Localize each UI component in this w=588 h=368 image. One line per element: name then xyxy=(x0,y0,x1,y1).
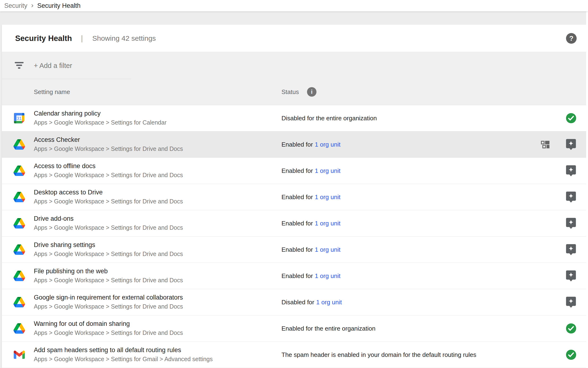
setting-status: The spam header is enabled in your domai… xyxy=(281,342,476,368)
setting-name: Calendar sharing policy xyxy=(34,110,101,117)
filter-icon xyxy=(15,62,24,69)
table-row[interactable]: Access to offline docs Apps > Google Wor… xyxy=(2,158,586,184)
column-header-setting-name: Setting name xyxy=(34,88,70,96)
setting-path: Apps > Google Workspace > Settings for D… xyxy=(34,172,183,179)
setting-name: Warning for out of domain sharing xyxy=(34,320,130,328)
setting-status: Enabled for 1 org unit xyxy=(281,158,340,184)
org-unit-link[interactable]: 1 org unit xyxy=(315,193,340,201)
svg-text:31: 31 xyxy=(17,116,22,121)
status-text: Disabled for the entire organization xyxy=(281,115,377,122)
page-title: Security Health xyxy=(15,34,72,43)
security-health-card: Security Health | Showing 42 settings ? … xyxy=(2,25,586,368)
org-unit-link[interactable]: 1 org unit xyxy=(315,141,340,148)
setting-status: Enabled for 1 org unit xyxy=(281,237,340,263)
drive-icon xyxy=(13,192,25,202)
status-text: Enabled for xyxy=(281,141,313,148)
setting-name: Desktop access to Drive xyxy=(34,189,103,196)
setting-status: Enabled for the entire organization xyxy=(281,315,376,341)
recommendation-badge-icon[interactable] xyxy=(566,244,576,256)
column-header-status: Status xyxy=(281,88,299,96)
add-filter-button[interactable]: + Add a filter xyxy=(2,52,586,79)
status-text: Enabled for xyxy=(281,220,313,227)
setting-path: Apps > Google Workspace > Settings for D… xyxy=(34,329,183,336)
add-filter-label: + Add a filter xyxy=(34,62,72,69)
setting-status: Enabled for 1 org unit xyxy=(281,184,340,210)
setting-status: Disabled for the entire organization xyxy=(281,105,377,131)
setting-name: Add spam headers setting to all default … xyxy=(34,346,181,354)
setting-status: Enabled for 1 org unit xyxy=(281,263,340,289)
status-text: Enabled for xyxy=(281,246,313,253)
setting-path: Apps > Google Workspace > Settings for D… xyxy=(34,303,183,310)
setting-name: Drive add-ons xyxy=(34,215,74,222)
status-ok-icon xyxy=(566,113,576,123)
recommendation-badge-icon[interactable] xyxy=(566,296,576,308)
recommendation-badge-icon[interactable] xyxy=(566,138,576,150)
setting-path: Apps > Google Workspace > Settings for D… xyxy=(34,250,183,258)
table-column-headers: Setting name Status i xyxy=(2,79,586,105)
recommendation-badge-icon[interactable] xyxy=(566,191,576,203)
table-row[interactable]: 31 Calendar sharing policy Apps > Google… xyxy=(2,105,586,131)
table-row[interactable]: Desktop access to Drive Apps > Google Wo… xyxy=(2,184,586,210)
scrollbar-track[interactable] xyxy=(586,11,588,368)
org-unit-link[interactable]: 1 org unit xyxy=(315,246,340,253)
help-icon[interactable]: ? xyxy=(566,33,577,44)
filter-and-header-band: + Add a filter Setting name Status i xyxy=(2,52,586,105)
setting-name: Access to offline docs xyxy=(34,162,96,170)
status-info-icon[interactable]: i xyxy=(307,87,316,97)
recommendation-badge-icon[interactable] xyxy=(566,165,576,177)
breadcrumb-bar: Security › Security Health xyxy=(0,0,588,11)
drive-icon xyxy=(13,244,25,255)
drive-icon xyxy=(13,297,25,308)
table-row[interactable]: Add spam headers setting to all default … xyxy=(2,342,586,368)
breadcrumb-current: Security Health xyxy=(37,2,81,9)
status-ok-icon xyxy=(566,350,576,360)
drive-icon xyxy=(13,270,25,281)
settings-count: Showing 42 settings xyxy=(92,34,156,42)
setting-path: Apps > Google Workspace > Settings for C… xyxy=(34,119,167,126)
calendar-icon: 31 xyxy=(13,113,25,124)
setting-name: Drive sharing settings xyxy=(34,241,95,249)
setting-path: Apps > Google Workspace > Settings for G… xyxy=(34,356,213,363)
breadcrumb-chevron-icon: › xyxy=(31,1,34,9)
setting-status: Enabled for 1 org unit xyxy=(281,210,340,236)
org-unit-link[interactable]: 1 org unit xyxy=(315,220,340,227)
status-text: Enabled for xyxy=(281,272,313,280)
setting-path: Apps > Google Workspace > Settings for D… xyxy=(34,277,183,284)
recommendation-badge-icon[interactable] xyxy=(566,270,576,282)
setting-name: File publishing on the web xyxy=(34,267,108,275)
drive-icon xyxy=(13,218,25,229)
status-text: Enabled for the entire organization xyxy=(281,325,376,332)
gmail-icon xyxy=(13,349,25,360)
recommendation-badge-icon[interactable] xyxy=(566,217,576,229)
org-unit-link[interactable]: 1 org unit xyxy=(315,272,340,280)
setting-path: Apps > Google Workspace > Settings for D… xyxy=(34,224,183,231)
status-text: Enabled for xyxy=(281,193,313,201)
setting-status: Enabled for 1 org unit xyxy=(281,131,340,157)
status-text: Enabled for xyxy=(281,167,313,175)
setting-path: Apps > Google Workspace > Settings for D… xyxy=(34,198,183,205)
setting-name: Google sign-in requirement for external … xyxy=(34,294,183,301)
status-ok-icon xyxy=(566,323,576,334)
org-unit-link[interactable]: 1 org unit xyxy=(315,167,340,175)
setting-name: Access Checker xyxy=(34,136,80,144)
table-row[interactable]: Google sign-in requirement for external … xyxy=(2,289,586,315)
org-unit-list-icon xyxy=(541,140,549,148)
drive-icon xyxy=(13,323,25,334)
title-divider: | xyxy=(81,34,83,43)
setting-path: Apps > Google Workspace > Settings for D… xyxy=(34,145,183,152)
settings-rows: 31 Calendar sharing policy Apps > Google… xyxy=(2,105,586,368)
setting-status: Disabled for 1 org unit xyxy=(281,289,342,315)
table-row[interactable]: Access Checker Apps > Google Workspace >… xyxy=(2,131,586,158)
table-row[interactable]: File publishing on the web Apps > Google… xyxy=(2,263,586,289)
table-row[interactable]: Drive add-ons Apps > Google Workspace > … xyxy=(2,210,586,237)
card-header: Security Health | Showing 42 settings ? xyxy=(2,25,586,52)
status-text: Disabled for xyxy=(281,299,314,306)
breadcrumb-parent-link[interactable]: Security xyxy=(4,2,27,9)
drive-icon xyxy=(13,139,25,150)
status-text: The spam header is enabled in your domai… xyxy=(281,351,476,359)
table-row[interactable]: Warning for out of domain sharing Apps >… xyxy=(2,315,586,342)
org-unit-link[interactable]: 1 org unit xyxy=(316,299,342,306)
drive-icon xyxy=(13,165,25,176)
table-row[interactable]: Drive sharing settings Apps > Google Wor… xyxy=(2,237,586,263)
